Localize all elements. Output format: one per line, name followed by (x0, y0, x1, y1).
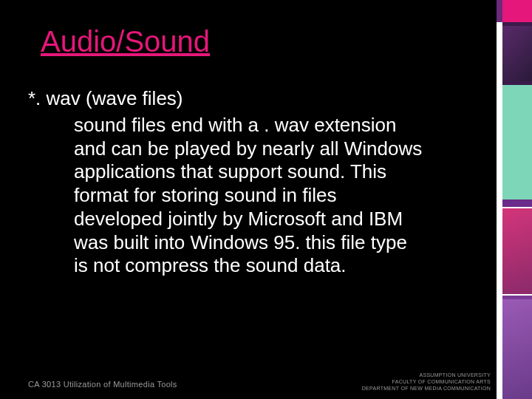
footer-line: ASSUMPTION UNIVERSITY (362, 372, 491, 378)
footer-line: FACULTY OF COMMUNICATION ARTS (362, 378, 491, 385)
bullet-lead: *. wav (wave files) (28, 87, 183, 110)
decorative-right-strip (502, 0, 532, 399)
decorative-divider (497, 0, 502, 399)
decorative-tile (502, 299, 532, 399)
slide-title: Audio/Sound (41, 25, 210, 58)
footer-course: CA 3013 Utilization of Multimedia Tools (28, 380, 177, 389)
decorative-tile (502, 207, 532, 296)
footer-affiliation: ASSUMPTION UNIVERSITY FACULTY OF COMMUNI… (362, 372, 491, 392)
bullet-body: sound files end with a . wav extension a… (74, 114, 426, 278)
decorative-tile (502, 26, 532, 81)
footer-line: DEPARTMENT OF NEW MEDIA COMMUNICATION (362, 385, 491, 392)
